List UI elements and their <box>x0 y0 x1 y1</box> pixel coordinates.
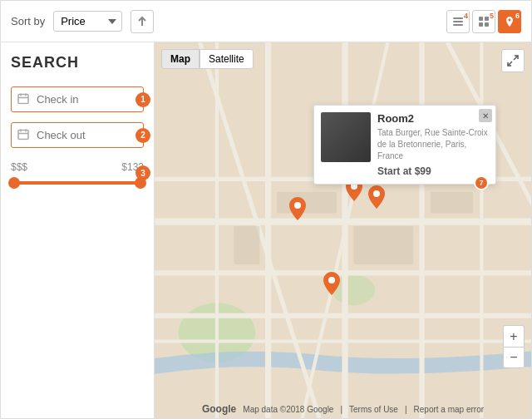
terms-of-use-link[interactable]: Terms of Use <box>349 405 398 414</box>
checkout-calendar-icon <box>17 128 29 142</box>
top-bar: Sort by Price Rating Distance <box>1 1 531 42</box>
sort-select[interactable]: Price Rating Distance <box>53 11 122 32</box>
price-range-badge: 3 <box>135 165 150 180</box>
checkout-badge: 2 <box>135 128 150 143</box>
checkin-input[interactable] <box>11 86 144 112</box>
popup-price-label: Start at <box>377 165 415 177</box>
svg-rect-12 <box>18 130 28 139</box>
report-map-error-link[interactable]: Report a map error <box>414 405 484 414</box>
app-container: Sort by Price Rating Distance <box>0 0 532 419</box>
zoom-in-button[interactable]: + <box>503 325 525 347</box>
popup-badge: 7 <box>474 175 489 190</box>
list-view-badge: 4 <box>464 12 468 20</box>
popup-card: Room2 Tata Burger, Rue Sainte-Croix de l… <box>313 105 496 185</box>
price-labels: $$$ $132 <box>11 161 144 173</box>
footer-separator: | <box>340 405 342 414</box>
popup-image <box>321 112 371 162</box>
popup-title: Room2 <box>377 112 489 125</box>
svg-rect-35 <box>234 226 260 264</box>
svg-rect-1 <box>453 17 463 19</box>
svg-rect-3 <box>453 24 463 26</box>
map-streets-svg <box>155 42 531 418</box>
price-slider-thumb-left[interactable] <box>8 177 20 189</box>
svg-rect-8 <box>18 94 28 103</box>
footer-separator-2: | <box>405 405 407 414</box>
map-footer: Google Map data ©2018 Google | Terms of … <box>155 403 531 415</box>
checkin-calendar-icon <box>17 92 29 106</box>
svg-point-41 <box>328 277 335 283</box>
popup-price: Start at $99 <box>377 165 489 177</box>
sidebar: SEARCH 1 <box>1 42 155 418</box>
svg-rect-4 <box>479 17 483 21</box>
popup-content: Room2 Tata Burger, Rue Sainte-Croix de l… <box>377 112 489 177</box>
popup-close-button[interactable]: ✕ <box>479 109 492 122</box>
view-buttons: 4 5 6 <box>446 10 521 33</box>
svg-rect-34 <box>431 192 473 214</box>
map-expand-button[interactable] <box>501 49 525 72</box>
map-data-label: Map data ©2018 Google <box>243 405 333 414</box>
checkout-group: 2 <box>11 122 144 148</box>
svg-rect-33 <box>353 226 413 264</box>
sort-label: Sort by <box>11 15 45 27</box>
map-marker-4[interactable] <box>323 272 340 298</box>
checkin-group: 1 <box>11 86 144 112</box>
sidebar-title: SEARCH <box>11 54 144 71</box>
map-area: Map Satellite <box>155 42 531 418</box>
map-tab-satellite[interactable]: Satellite <box>200 49 254 69</box>
popup-image-inner <box>321 112 371 162</box>
price-range-group: $$$ $132 3 <box>11 161 144 185</box>
main-content: SEARCH 1 <box>1 42 531 418</box>
checkin-badge: 1 <box>135 92 150 107</box>
google-logo: Google <box>202 403 236 415</box>
map-tabs: Map Satellite <box>161 49 254 69</box>
svg-rect-32 <box>277 192 337 214</box>
map-marker-3[interactable] <box>368 185 385 211</box>
map-view-badge: 6 <box>515 12 520 20</box>
svg-rect-5 <box>485 17 489 21</box>
price-min-label: $$$ <box>11 161 27 173</box>
svg-rect-7 <box>485 22 489 27</box>
zoom-out-button[interactable]: − <box>503 347 525 368</box>
svg-point-40 <box>373 190 380 197</box>
svg-point-38 <box>294 202 301 209</box>
svg-rect-6 <box>479 22 483 27</box>
sort-direction-button[interactable] <box>131 10 154 33</box>
popup-price-value: $99 <box>415 165 431 177</box>
map-marker-1[interactable] <box>289 197 306 223</box>
map-tab-map[interactable]: Map <box>161 49 200 69</box>
price-slider-track <box>14 181 140 185</box>
zoom-controls: + − <box>503 325 525 368</box>
popup-subtitle: Tata Burger, Rue Sainte-Croix de la Bret… <box>377 127 489 162</box>
grid-view-badge: 5 <box>490 12 494 20</box>
svg-rect-2 <box>453 21 463 22</box>
checkout-input[interactable] <box>11 122 144 148</box>
price-slider-fill <box>14 181 140 185</box>
